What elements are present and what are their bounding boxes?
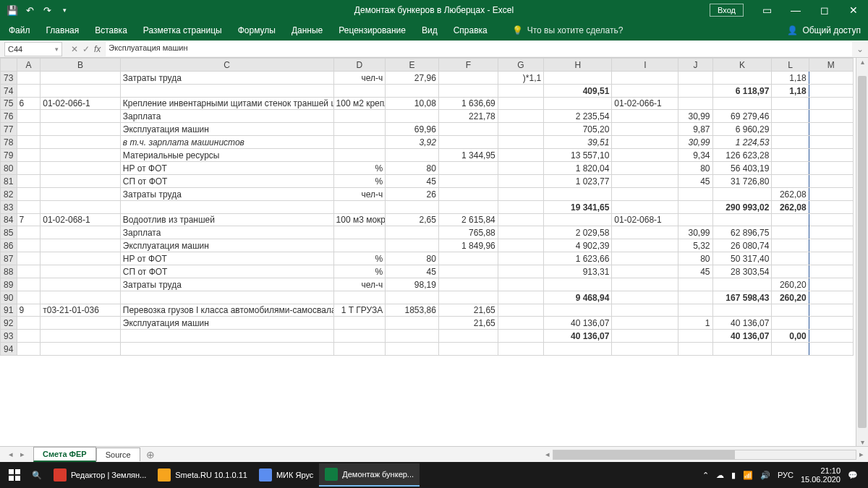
cell[interactable] — [17, 201, 41, 214]
row-header[interactable]: 79 — [1, 149, 17, 162]
cell[interactable]: 80 — [386, 162, 439, 175]
cell[interactable] — [498, 201, 543, 214]
column-header[interactable]: F — [438, 59, 498, 72]
tell-me-search[interactable]: 💡 Что вы хотите сделать? — [512, 25, 624, 35]
cell[interactable] — [809, 239, 853, 252]
cell[interactable]: 1 623,66 — [544, 252, 612, 265]
cell[interactable] — [772, 226, 809, 239]
undo-icon[interactable]: ↶ — [22, 2, 38, 18]
cell[interactable]: 30,99 — [678, 136, 712, 149]
row-header[interactable]: 76 — [1, 110, 17, 123]
cancel-formula-icon[interactable]: ✕ — [71, 44, 78, 54]
cell[interactable] — [678, 278, 712, 291]
cell[interactable] — [772, 239, 809, 252]
qat-dropdown-icon[interactable]: ▾ — [56, 2, 72, 18]
cell[interactable] — [772, 317, 809, 330]
cell[interactable]: 62 896,75 — [712, 226, 772, 239]
cell[interactable] — [498, 330, 543, 343]
cell[interactable]: 21,65 — [438, 317, 498, 330]
cell[interactable] — [612, 330, 678, 343]
cell[interactable] — [612, 110, 678, 123]
cell[interactable] — [120, 343, 333, 356]
cell[interactable]: 27,96 — [386, 72, 439, 85]
cell[interactable] — [386, 149, 439, 162]
cell[interactable]: НР от ФОТ — [120, 162, 333, 175]
cell[interactable]: 1,18 — [772, 85, 809, 98]
cell[interactable]: 01-02-066-1 — [41, 98, 121, 110]
cell[interactable] — [17, 343, 41, 356]
cell[interactable]: 1 224,53 — [712, 136, 772, 149]
cell[interactable] — [438, 72, 498, 85]
cell[interactable] — [772, 162, 809, 175]
cell[interactable] — [333, 317, 386, 330]
cell[interactable] — [386, 343, 439, 356]
cell[interactable] — [498, 317, 543, 330]
cell[interactable] — [498, 239, 543, 252]
column-header[interactable]: C — [120, 59, 333, 72]
tab-view[interactable]: Вид — [420, 22, 439, 38]
cell[interactable] — [333, 136, 386, 149]
cell[interactable] — [809, 72, 853, 85]
cell[interactable]: СП от ФОТ — [120, 265, 333, 278]
cell[interactable]: Эксплуатация машин — [120, 317, 333, 330]
cell[interactable] — [612, 175, 678, 188]
cell[interactable] — [333, 110, 386, 123]
cell[interactable]: 1 Т ГРУЗА — [333, 304, 386, 317]
cell[interactable] — [386, 291, 439, 304]
cell[interactable] — [498, 149, 543, 162]
cell[interactable] — [678, 291, 712, 304]
cell[interactable] — [772, 136, 809, 149]
cell[interactable]: в т.ч. зарплата машинистов — [120, 136, 333, 149]
tab-review[interactable]: Рецензирование — [337, 22, 407, 38]
cell[interactable] — [41, 265, 121, 278]
cell[interactable] — [438, 136, 498, 149]
cell[interactable]: 1 — [678, 317, 712, 330]
cell[interactable] — [612, 265, 678, 278]
cell[interactable] — [678, 72, 712, 85]
column-header[interactable]: G — [498, 59, 543, 72]
sheet-nav-prev-icon[interactable]: ◂ — [9, 450, 13, 459]
cell[interactable]: Материальные ресурсы — [120, 149, 333, 162]
cell[interactable]: Затраты труда — [120, 278, 333, 291]
cell[interactable] — [544, 278, 612, 291]
cell[interactable] — [386, 239, 439, 252]
cell[interactable] — [498, 85, 543, 98]
row-header[interactable]: 73 — [1, 72, 17, 85]
cell[interactable]: 126 623,28 — [712, 149, 772, 162]
cell[interactable] — [120, 330, 333, 343]
row-header[interactable]: 81 — [1, 175, 17, 188]
cell[interactable]: 50 317,40 — [712, 252, 772, 265]
tray-chevron-icon[interactable]: ⌃ — [702, 471, 709, 480]
row-header[interactable]: 94 — [1, 343, 17, 356]
cell[interactable] — [333, 123, 386, 136]
cell[interactable] — [498, 162, 543, 175]
cell[interactable]: 30,99 — [678, 110, 712, 123]
cell[interactable] — [612, 149, 678, 162]
cell[interactable]: 913,31 — [544, 265, 612, 278]
cell[interactable] — [809, 291, 853, 304]
cell[interactable] — [612, 136, 678, 149]
cell[interactable] — [438, 330, 498, 343]
cell[interactable] — [41, 72, 121, 85]
row-header[interactable]: 82 — [1, 188, 17, 201]
cell[interactable] — [17, 317, 41, 330]
fx-icon[interactable]: fx — [94, 44, 101, 54]
column-header[interactable]: D — [333, 59, 386, 72]
cell[interactable] — [772, 265, 809, 278]
tab-help[interactable]: Справка — [452, 22, 489, 38]
cell[interactable] — [772, 343, 809, 356]
row-header[interactable]: 83 — [1, 201, 17, 214]
cell[interactable]: 7 — [17, 214, 41, 226]
row-header[interactable]: 80 — [1, 162, 17, 175]
cell[interactable] — [772, 123, 809, 136]
cell[interactable]: 98,19 — [386, 278, 439, 291]
cell[interactable] — [809, 330, 853, 343]
cell[interactable]: 705,20 — [544, 123, 612, 136]
column-header[interactable]: K — [712, 59, 772, 72]
cell[interactable]: 9,34 — [678, 149, 712, 162]
cell[interactable] — [809, 123, 853, 136]
cell[interactable]: 1 344,95 — [438, 149, 498, 162]
vertical-scrollbar[interactable]: ▴▾ — [856, 58, 868, 446]
cell[interactable]: 13 557,10 — [544, 149, 612, 162]
cell[interactable] — [809, 304, 853, 317]
